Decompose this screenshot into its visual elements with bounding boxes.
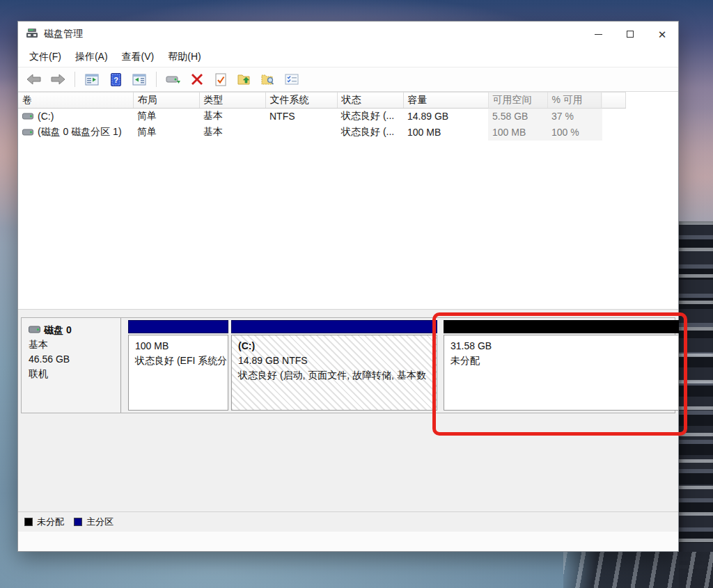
- graphical-view-pane: 磁盘 0 基本 46.56 GB 联机 100 MB 状态良好 (EFI 系统分: [18, 312, 678, 525]
- col-capacity[interactable]: 容量: [403, 93, 488, 109]
- disk-0-info-panel[interactable]: 磁盘 0 基本 46.56 GB 联机: [22, 318, 121, 413]
- cell-status: 状态良好 (...: [337, 125, 403, 141]
- unallocated-swatch-icon: [24, 518, 33, 526]
- menu-view[interactable]: 查看(V): [115, 48, 162, 66]
- legend-unallocated: 未分配: [24, 516, 64, 528]
- properties-button[interactable]: [281, 70, 302, 89]
- cell-capacity: 14.89 GB: [403, 109, 488, 125]
- disk-drive-icon: [26, 28, 38, 41]
- cell-capacity: 100 MB: [403, 125, 488, 141]
- disk-icon: [29, 323, 40, 337]
- disk-size: 46.56 GB: [29, 352, 113, 367]
- mark-active-button[interactable]: [210, 70, 231, 89]
- cell-pct: 100 %: [547, 125, 601, 141]
- toolbar-separator: [156, 72, 157, 87]
- action-pane-icon: [132, 74, 146, 86]
- forward-icon: [50, 74, 65, 85]
- volume-name: (磁盘 0 磁盘分区 1): [38, 126, 122, 138]
- action-pane-button[interactable]: [129, 70, 150, 89]
- toolbar-separator: [75, 72, 75, 87]
- col-filesystem[interactable]: 文件系统: [265, 93, 337, 109]
- delete-volume-icon: [191, 73, 203, 86]
- cell-free: 100 MB: [488, 125, 547, 141]
- rescan-disks-icon: [166, 74, 181, 85]
- legend-unallocated-label: 未分配: [37, 516, 64, 528]
- partition-c-color-bar: [231, 320, 437, 333]
- partition-c-status: 状态良好 (启动, 页面文件, 故障转储, 基本数: [238, 368, 430, 383]
- col-pct-free[interactable]: % 可用: [547, 93, 601, 109]
- help-icon: ?: [111, 73, 121, 86]
- partition-efi-status: 状态良好 (EFI 系统分: [135, 353, 221, 368]
- col-free-space[interactable]: 可用空间: [488, 93, 547, 109]
- window-title: 磁盘管理: [44, 28, 83, 40]
- menu-help[interactable]: 帮助(H): [161, 48, 207, 66]
- svg-text:?: ?: [113, 75, 118, 84]
- delete-volume-button[interactable]: [187, 70, 207, 89]
- partition-c-size: 14.89 GB NTFS: [238, 353, 430, 368]
- volume-icon: [22, 127, 33, 138]
- close-button[interactable]: ✕: [646, 22, 678, 47]
- folder-search-button[interactable]: [258, 70, 279, 89]
- cell-status: 状态良好 (...: [337, 109, 403, 125]
- cell-pct: 37 %: [547, 109, 601, 125]
- col-type[interactable]: 类型: [199, 93, 265, 109]
- volume-table: 卷 布局 类型 文件系统 状态 容量 可用空间 % 可用 (C:) 简单: [18, 92, 626, 141]
- back-icon: [26, 74, 42, 85]
- cell-type: 基本: [199, 125, 265, 141]
- disk-management-window: 磁盘管理 ✕ 文件(F) 操作(A) 查看(V) 帮助(H): [17, 21, 679, 552]
- partition-c-label: (C:): [238, 339, 430, 353]
- cell-fs: NTFS: [265, 109, 337, 125]
- col-status[interactable]: 状态: [337, 93, 403, 109]
- title-bar[interactable]: 磁盘管理 ✕: [18, 22, 678, 47]
- legend-primary-partition-label: 主分区: [86, 516, 113, 528]
- table-header-row: 卷 布局 类型 文件系统 状态 容量 可用空间 % 可用: [18, 93, 625, 109]
- disk-name: 磁盘 0: [44, 323, 72, 337]
- maximize-button[interactable]: [614, 22, 646, 47]
- volume-list-pane: 卷 布局 类型 文件系统 状态 容量 可用空间 % 可用 (C:) 简单: [18, 92, 678, 309]
- rescan-disks-button[interactable]: [163, 70, 184, 89]
- folder-up-icon: [237, 74, 251, 86]
- partition-efi-color-bar: [128, 320, 228, 333]
- partitions-area: 100 MB 状态良好 (EFI 系统分 (C:) 14.89 GB NTFS …: [125, 318, 675, 413]
- console-tree-button[interactable]: [81, 70, 102, 89]
- forward-button[interactable]: [47, 70, 68, 89]
- close-icon: ✕: [658, 29, 667, 40]
- cell-type: 基本: [199, 109, 265, 125]
- col-empty: [601, 93, 625, 109]
- partition-unallocated-size: 31.58 GB: [450, 339, 672, 353]
- desktop-pier-bottom-image: [563, 552, 713, 588]
- back-button[interactable]: [24, 70, 45, 89]
- col-volume[interactable]: 卷: [18, 93, 133, 109]
- menu-file[interactable]: 文件(F): [22, 48, 68, 66]
- cell-layout: 简单: [133, 125, 199, 141]
- window-footer: [18, 532, 678, 551]
- table-row[interactable]: (C:) 简单 基本 NTFS 状态良好 (... 14.89 GB 5.58 …: [18, 109, 625, 125]
- partition-unallocated[interactable]: 31.58 GB 未分配: [444, 320, 679, 411]
- toolbar: ?: [18, 67, 678, 92]
- minimize-button[interactable]: [582, 22, 614, 47]
- disk-type: 基本: [29, 337, 113, 352]
- partition-efi[interactable]: 100 MB 状态良好 (EFI 系统分: [128, 320, 228, 411]
- folder-up-button[interactable]: [234, 70, 255, 89]
- properties-icon: [285, 74, 299, 85]
- volume-name: (C:): [38, 111, 54, 122]
- mark-active-icon: [215, 73, 226, 86]
- help-button[interactable]: ?: [105, 70, 126, 89]
- col-layout[interactable]: 布局: [133, 93, 199, 109]
- menu-bar: 文件(F) 操作(A) 查看(V) 帮助(H): [18, 47, 678, 67]
- partition-c[interactable]: (C:) 14.89 GB NTFS 状态良好 (启动, 页面文件, 故障转储,…: [231, 320, 437, 411]
- table-row[interactable]: (磁盘 0 磁盘分区 1) 简单 基本 状态良好 (... 100 MB 100…: [18, 125, 625, 141]
- minimize-icon: [595, 34, 602, 35]
- legend-bar: 未分配 主分区: [18, 511, 678, 532]
- disk-status: 联机: [29, 367, 113, 381]
- desktop-pier-image: [679, 221, 713, 588]
- partition-efi-size: 100 MB: [135, 339, 221, 353]
- cell-free: 5.58 GB: [488, 109, 547, 125]
- desktop-background: 磁盘管理 ✕ 文件(F) 操作(A) 查看(V) 帮助(H): [0, 0, 713, 588]
- cell-fs: [265, 125, 337, 141]
- volume-icon: [22, 111, 33, 122]
- console-tree-icon: [85, 74, 99, 86]
- primary-partition-swatch-icon: [74, 518, 82, 526]
- partition-unallocated-color-bar: [444, 320, 679, 333]
- menu-action[interactable]: 操作(A): [68, 48, 115, 66]
